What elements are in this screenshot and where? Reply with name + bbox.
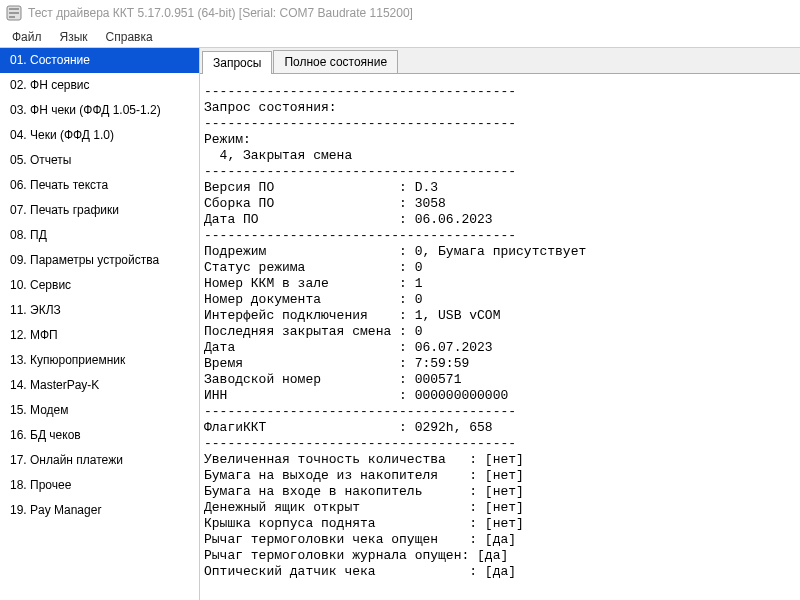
sidebar-item-0[interactable]: 01. Состояние — [0, 48, 199, 73]
sidebar-item-17[interactable]: 18. Прочее — [0, 473, 199, 498]
tabs: ЗапросыПолное состояние — [200, 48, 800, 74]
sidebar-item-1[interactable]: 02. ФН сервис — [0, 73, 199, 98]
sidebar-item-13[interactable]: 14. MasterPay-K — [0, 373, 199, 398]
sidebar-item-10[interactable]: 11. ЭКЛЗ — [0, 298, 199, 323]
sidebar: 01. Состояние02. ФН сервис03. ФН чеки (Ф… — [0, 48, 200, 600]
sidebar-item-3[interactable]: 04. Чеки (ФФД 1.0) — [0, 123, 199, 148]
sidebar-item-2[interactable]: 03. ФН чеки (ФФД 1.05-1.2) — [0, 98, 199, 123]
menu-language[interactable]: Язык — [52, 28, 96, 46]
sidebar-item-7[interactable]: 08. ПД — [0, 223, 199, 248]
sidebar-item-4[interactable]: 05. Отчеты — [0, 148, 199, 173]
svg-rect-3 — [9, 16, 15, 18]
window-title: Тест драйвера ККТ 5.17.0.951 (64-bit) [S… — [28, 6, 413, 20]
content: ЗапросыПолное состояние ----------------… — [200, 48, 800, 600]
svg-rect-2 — [9, 12, 19, 14]
output-text: ----------------------------------------… — [204, 84, 796, 580]
sidebar-item-9[interactable]: 10. Сервис — [0, 273, 199, 298]
output-panel: ----------------------------------------… — [200, 74, 800, 600]
sidebar-item-15[interactable]: 16. БД чеков — [0, 423, 199, 448]
main-area: 01. Состояние02. ФН сервис03. ФН чеки (Ф… — [0, 48, 800, 600]
tab-0[interactable]: Запросы — [202, 51, 272, 74]
sidebar-item-11[interactable]: 12. МФП — [0, 323, 199, 348]
app-icon — [6, 5, 22, 21]
menubar: Файл Язык Справка — [0, 26, 800, 48]
sidebar-item-5[interactable]: 06. Печать текста — [0, 173, 199, 198]
tab-1[interactable]: Полное состояние — [273, 50, 398, 73]
sidebar-item-18[interactable]: 19. Pay Manager — [0, 498, 199, 523]
menu-file[interactable]: Файл — [4, 28, 50, 46]
sidebar-item-16[interactable]: 17. Онлайн платежи — [0, 448, 199, 473]
titlebar: Тест драйвера ККТ 5.17.0.951 (64-bit) [S… — [0, 0, 800, 26]
sidebar-item-8[interactable]: 09. Параметры устройства — [0, 248, 199, 273]
menu-help[interactable]: Справка — [98, 28, 161, 46]
svg-rect-1 — [9, 8, 19, 10]
sidebar-item-6[interactable]: 07. Печать графики — [0, 198, 199, 223]
sidebar-item-12[interactable]: 13. Купюроприемник — [0, 348, 199, 373]
sidebar-item-14[interactable]: 15. Модем — [0, 398, 199, 423]
